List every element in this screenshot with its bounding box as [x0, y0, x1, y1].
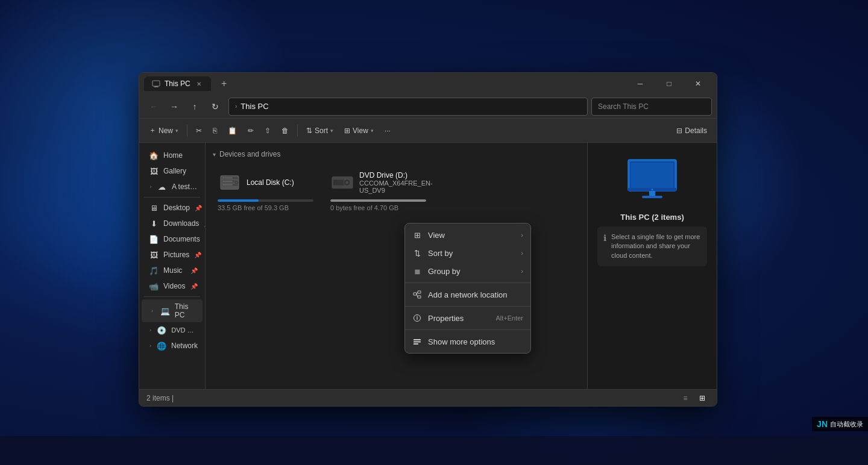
svg-rect-13	[333, 179, 345, 186]
hdd-drive-icon	[218, 171, 241, 194]
sidebar-item-downloads-label: Downloads	[163, 219, 199, 228]
dvd-drive-icon	[331, 171, 354, 194]
drive-c-header: Local Disk (C:)	[218, 170, 313, 195]
sidebar-item-thispc[interactable]: › 💻 This PC	[142, 299, 203, 322]
maximize-button[interactable]: □	[655, 73, 683, 95]
sidebar-item-desktop[interactable]: 🖥 Desktop 📌	[142, 200, 203, 216]
drive-c-info: Local Disk (C:)	[247, 178, 294, 187]
sidebar-item-network-label: Network	[171, 342, 198, 350]
sidebar-item-network[interactable]: › 🌐 Network	[142, 338, 203, 354]
sidebar-item-dvddrive[interactable]: › 💿 DVD Drive (D:) CCC	[142, 322, 203, 338]
svg-rect-11	[222, 184, 233, 186]
add-tab-button[interactable]: +	[216, 75, 233, 92]
address-bar[interactable]: › This PC	[228, 98, 588, 116]
drives-grid: Local Disk (C:) 33.5 GB free of 59.3 GB	[210, 166, 582, 221]
drive-dvd-d[interactable]: DVD Drive (D:) CCCOMA_X64FRE_EN-US_DV9 0…	[326, 166, 431, 216]
sidebar-item-pictures[interactable]: 🖼 Pictures 📌	[142, 247, 203, 263]
cut-icon: ✂	[196, 126, 202, 135]
ctx-properties-shortcut: Alt+Enter	[495, 314, 523, 322]
ctx-sort-by[interactable]: ⇅ Sort by ›	[405, 244, 530, 262]
up-button[interactable]: ↑	[185, 97, 204, 116]
delete-button[interactable]: 🗑	[277, 124, 294, 137]
sidebar-divider-2	[144, 296, 200, 297]
drive-d-space: 0 bytes free of 4.70 GB	[330, 204, 426, 211]
sidebar-item-home-label: Home	[163, 151, 183, 160]
forward-button[interactable]: →	[165, 97, 184, 116]
sidebar-item-documents-label: Documents	[163, 235, 200, 243]
ctx-view-icon: ⊞	[412, 230, 422, 240]
new-button[interactable]: ＋ New ▾	[144, 123, 183, 138]
sidebar: 🏠 Home 🖼 Gallery › ☁ A test - Personal 🖥…	[139, 143, 206, 389]
tab-this-pc[interactable]: This PC ✕	[144, 76, 211, 91]
drive-c-progress-fill	[218, 199, 259, 202]
copy-button[interactable]: ⎘	[208, 124, 222, 137]
details-monitor-icon	[625, 155, 679, 203]
documents-icon: 📄	[149, 234, 159, 244]
refresh-button[interactable]: ↻	[206, 97, 225, 116]
network-icon: 🌐	[157, 341, 166, 351]
delete-icon: 🗑	[281, 126, 289, 135]
ctx-properties[interactable]: Properties Alt+Enter	[405, 309, 530, 327]
watermark-logo: JN	[817, 419, 828, 429]
sidebar-item-music[interactable]: 🎵 Music 📌	[142, 263, 203, 278]
cut-button[interactable]: ✂	[191, 124, 207, 137]
share-button[interactable]: ⇧	[260, 124, 275, 137]
status-view-icons: ≡ ⊞	[678, 391, 709, 405]
sort-button[interactable]: ⇅ Sort ▾	[301, 124, 338, 137]
ctx-sort-label: Sort by	[428, 249, 515, 258]
sidebar-item-downloads[interactable]: ⬇ Downloads 📌	[142, 216, 203, 231]
sidebar-item-home[interactable]: 🏠 Home	[142, 148, 203, 163]
info-icon: ℹ	[603, 233, 606, 243]
ctx-divider-2	[405, 306, 530, 307]
ctx-view[interactable]: ⊞ View ›	[405, 226, 530, 244]
details-label: Details	[685, 126, 707, 135]
details-button[interactable]: ⊟ Details	[671, 124, 712, 137]
sidebar-item-documents[interactable]: 📄 Documents 📌	[142, 231, 203, 247]
svg-rect-10	[222, 181, 233, 182]
more-options-button[interactable]: ···	[380, 124, 395, 137]
ctx-divider-3	[405, 329, 530, 330]
status-bar: 2 items | ≡ ⊞	[139, 389, 717, 406]
svg-rect-27	[418, 296, 421, 298]
view-icon: ⊞	[344, 126, 350, 135]
watermark: JN 自动截收录	[812, 417, 868, 431]
svg-rect-35	[414, 343, 418, 345]
paste-button[interactable]: 📋	[223, 124, 242, 137]
svg-line-29	[417, 294, 418, 297]
view-label: View	[353, 126, 368, 135]
grid-view-button[interactable]: ⊞	[695, 391, 709, 405]
atest-expand-icon: ›	[149, 183, 153, 190]
list-view-button[interactable]: ≡	[678, 391, 693, 405]
sort-chevron-icon: ▾	[330, 128, 333, 134]
tab-close-button[interactable]: ✕	[194, 79, 204, 89]
view-chevron-icon: ▾	[371, 128, 374, 134]
search-bar[interactable]: Search This PC	[591, 98, 712, 116]
new-label: New	[159, 126, 173, 135]
svg-rect-1	[154, 86, 158, 87]
sidebar-item-videos[interactable]: 📹 Videos 📌	[142, 278, 203, 294]
paste-icon: 📋	[228, 126, 237, 135]
status-items-count: 2 items |	[146, 394, 174, 402]
ctx-add-network-label: Add a network location	[428, 290, 523, 299]
svg-rect-21	[649, 191, 655, 196]
back-button[interactable]: ←	[144, 97, 163, 116]
minimize-button[interactable]: ─	[626, 73, 654, 95]
ctx-add-network[interactable]: Add a network location	[405, 286, 530, 304]
window-controls: ─ □ ✕	[626, 73, 712, 95]
nav-toolbar: ← → ↑ ↻ › This PC Search This PC	[139, 95, 717, 119]
close-button[interactable]: ✕	[684, 73, 712, 95]
drive-d-info: DVD Drive (D:) CCCOMA_X64FRE_EN-US_DV9	[359, 171, 433, 194]
tab-label: This PC	[165, 80, 190, 88]
pin-icon-4: 📌	[194, 252, 201, 258]
ctx-show-more[interactable]: Show more options	[405, 332, 530, 351]
ctx-properties-label: Properties	[428, 314, 489, 323]
ctx-group-by[interactable]: ≣ Group by ›	[405, 262, 530, 280]
sidebar-item-atest[interactable]: › ☁ A test - Personal	[142, 179, 203, 195]
view-button[interactable]: ⊞ View ▾	[339, 124, 379, 137]
drive-local-c[interactable]: Local Disk (C:) 33.5 GB free of 59.3 GB	[213, 166, 318, 216]
rename-button[interactable]: ✏	[243, 124, 259, 137]
search-placeholder: Search This PC	[598, 102, 649, 111]
thispc-expand-icon: ›	[149, 307, 156, 314]
sidebar-item-gallery[interactable]: 🖼 Gallery	[142, 163, 203, 179]
section-header-devices[interactable]: ▾ Devices and drives	[210, 148, 582, 161]
